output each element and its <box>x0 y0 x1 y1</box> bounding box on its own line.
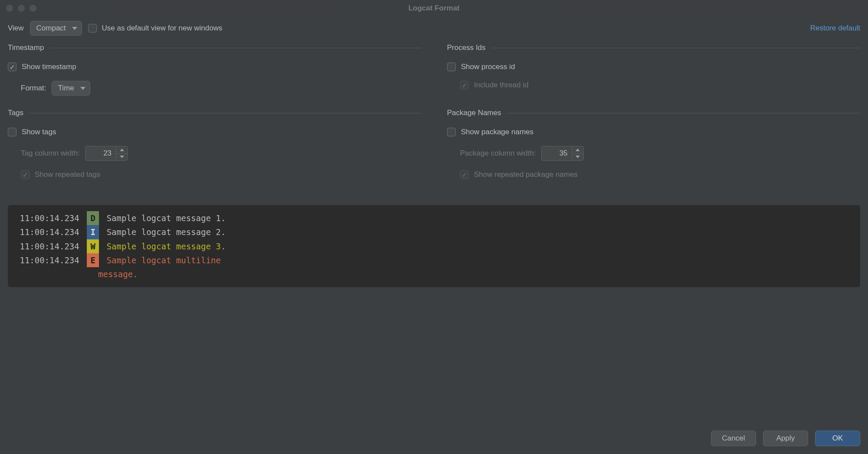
show-repeated-tags-label: Show repeated tags <box>35 170 100 179</box>
show-repeated-packages-checkbox <box>460 170 469 179</box>
use-default-checkbox[interactable] <box>88 24 97 33</box>
section-title: Timestamp <box>8 43 44 52</box>
chevron-down-icon <box>72 27 77 30</box>
divider <box>50 48 421 48</box>
cancel-button[interactable]: Cancel <box>711 431 756 446</box>
use-default-label: Use as default view for new windows <box>102 24 223 33</box>
toolbar: View Compact Use as default view for new… <box>0 17 868 43</box>
show-repeated-tags-checkbox <box>21 170 30 179</box>
zoom-window-icon[interactable] <box>30 5 36 12</box>
package-width-label: Package column width: <box>460 149 536 158</box>
section-timestamp: Timestamp Show timestamp Format: Time <box>8 43 421 96</box>
log-timestamp: 11:00:14.234 <box>20 255 79 265</box>
divider <box>492 48 860 48</box>
log-timestamp: 11:00:14.234 <box>20 227 79 237</box>
ok-button[interactable]: OK <box>815 431 860 446</box>
stepper-down-icon[interactable] <box>572 154 583 161</box>
tag-width-input[interactable] <box>85 146 116 160</box>
section-package-names: Package Names Show package names Package… <box>447 109 860 179</box>
show-process-id-label: Show process id <box>461 63 515 71</box>
divider <box>30 113 421 113</box>
tag-width-stepper[interactable] <box>85 146 128 161</box>
minimize-window-icon[interactable] <box>18 5 25 12</box>
traffic-lights <box>6 5 36 12</box>
package-width-stepper[interactable] <box>541 146 584 161</box>
show-timestamp-label: Show timestamp <box>22 63 76 71</box>
include-thread-id-checkbox <box>460 81 469 89</box>
window-title: Logcat Format <box>0 4 868 13</box>
format-select[interactable]: Time <box>52 81 90 96</box>
section-title: Package Names <box>447 109 501 117</box>
stepper-up-icon[interactable] <box>116 146 127 154</box>
stepper-down-icon[interactable] <box>116 154 127 161</box>
log-level-badge: I <box>87 225 99 239</box>
log-message: Sample logcat message 3. <box>107 242 226 251</box>
log-message: Sample logcat multiline <box>107 255 221 265</box>
show-timestamp-checkbox[interactable] <box>8 63 16 71</box>
log-message: Sample logcat message 2. <box>107 227 226 237</box>
log-message: Sample logcat message 1. <box>107 213 226 223</box>
package-width-input[interactable] <box>542 146 572 160</box>
log-level-badge: D <box>87 211 99 225</box>
stepper-up-icon[interactable] <box>572 146 583 154</box>
view-label: View <box>8 24 24 33</box>
close-window-icon[interactable] <box>6 5 13 12</box>
titlebar: Logcat Format <box>0 0 868 17</box>
log-timestamp: 11:00:14.234 <box>20 213 79 223</box>
log-level-badge: W <box>87 239 99 253</box>
log-preview: 11:00:14.234 D Sample logcat message 1. … <box>8 205 860 287</box>
show-tags-label: Show tags <box>22 128 56 136</box>
show-repeated-packages-label: Show repeated package names <box>474 170 578 179</box>
log-level-badge: E <box>87 253 99 267</box>
apply-button[interactable]: Apply <box>763 431 808 446</box>
chevron-down-icon <box>80 87 85 90</box>
log-line: 11:00:14.234 W Sample logcat message 3. <box>15 239 853 253</box>
log-line: 11:00:14.234 D Sample logcat message 1. <box>15 211 853 225</box>
show-package-names-checkbox[interactable] <box>447 128 456 136</box>
restore-default-link[interactable]: Restore default <box>810 24 860 33</box>
section-tags: Tags Show tags Tag column width: Show re… <box>8 109 421 179</box>
include-thread-id-label: Include thread id <box>474 81 529 89</box>
show-tags-checkbox[interactable] <box>8 128 16 136</box>
dialog-footer: Cancel Apply OK <box>0 423 868 454</box>
view-select-value: Compact <box>36 24 66 33</box>
show-process-id-checkbox[interactable] <box>447 63 456 71</box>
section-process-ids: Process Ids Show process id Include thre… <box>447 43 860 96</box>
tag-width-label: Tag column width: <box>21 149 80 158</box>
log-timestamp: 11:00:14.234 <box>20 242 79 251</box>
format-label: Format: <box>21 84 46 93</box>
log-line: 11:00:14.234 E Sample logcat multiline <box>15 253 853 267</box>
divider <box>507 113 860 113</box>
show-package-names-label: Show package names <box>461 128 533 136</box>
log-message-continuation: message. <box>15 267 853 281</box>
view-select[interactable]: Compact <box>30 21 82 36</box>
section-title: Tags <box>8 109 23 117</box>
log-line: 11:00:14.234 I Sample logcat message 2. <box>15 225 853 239</box>
format-select-value: Time <box>58 84 74 93</box>
section-title: Process Ids <box>447 43 486 52</box>
